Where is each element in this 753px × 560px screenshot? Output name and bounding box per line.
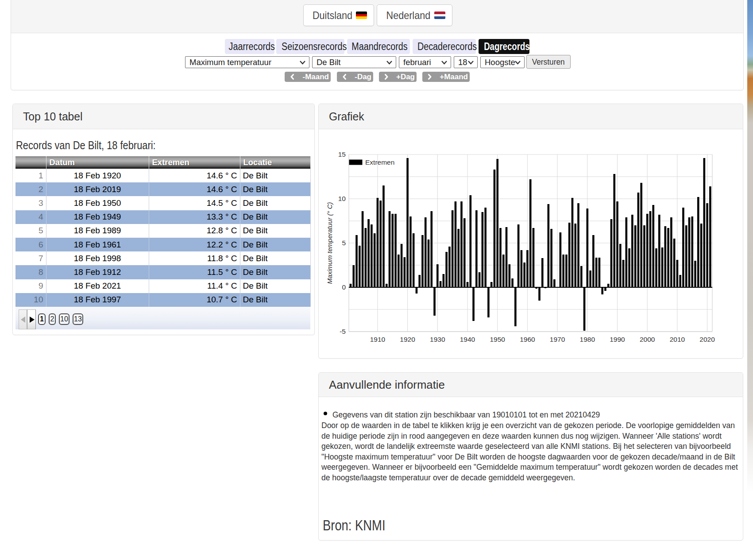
svg-text:Extremen: Extremen (365, 158, 394, 166)
svg-text:5: 5 (342, 239, 346, 247)
svg-text:1930: 1930 (430, 336, 445, 343)
svg-text:2000: 2000 (640, 336, 655, 343)
svg-text:-5: -5 (340, 328, 346, 335)
svg-text:0: 0 (342, 283, 346, 291)
svg-text:Maximum temperatuur (° C): Maximum temperatuur (° C) (326, 202, 333, 284)
svg-text:1960: 1960 (520, 336, 535, 343)
svg-text:1940: 1940 (460, 336, 475, 343)
svg-text:1970: 1970 (550, 336, 565, 343)
svg-text:15: 15 (338, 151, 346, 158)
svg-text:2010: 2010 (670, 336, 685, 343)
svg-text:1990: 1990 (610, 336, 625, 343)
svg-text:2020: 2020 (699, 336, 715, 343)
svg-text:10: 10 (338, 195, 346, 202)
svg-text:1920: 1920 (400, 336, 415, 343)
svg-text:1910: 1910 (370, 336, 386, 343)
svg-text:1980: 1980 (580, 336, 595, 343)
svg-text:1950: 1950 (490, 336, 505, 343)
